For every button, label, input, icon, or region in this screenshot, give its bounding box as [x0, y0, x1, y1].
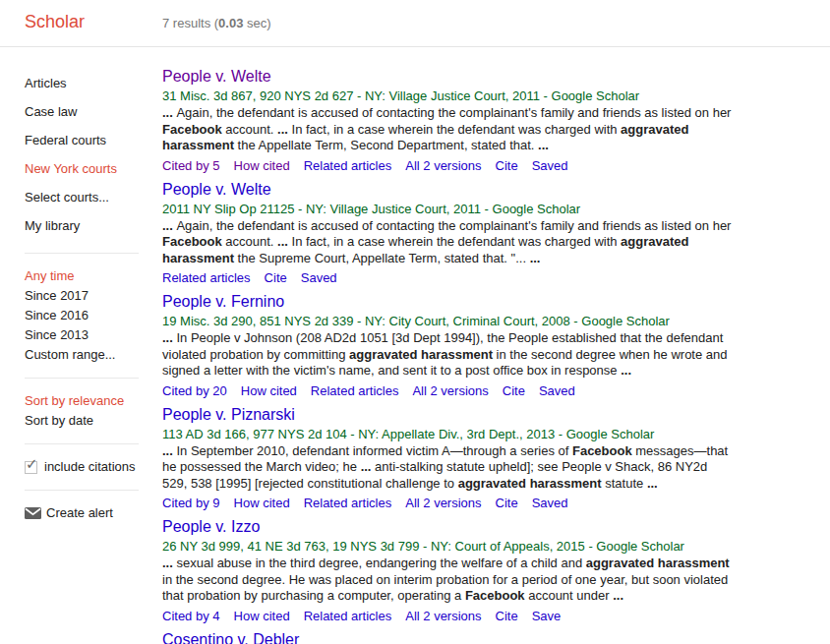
related-articles-link[interactable]: Related articles	[304, 158, 392, 173]
snippet-highlight: aggravated harassment	[458, 476, 602, 491]
cited-by-5-link[interactable]: Cited by 5	[162, 158, 220, 173]
related-articles-link[interactable]: Related articles	[162, 270, 251, 285]
snippet-highlight: ...	[613, 588, 623, 603]
sidebar-item-new-york-courts[interactable]: New York courts	[25, 154, 139, 183]
snippet-text: In fact, in a case wherein the defendant…	[292, 234, 622, 249]
result-title: People v. Fernino	[162, 292, 735, 312]
result-title-link[interactable]: Cosentino v. Debler	[162, 631, 299, 644]
check-icon: ✓	[26, 454, 38, 474]
all-2-versions-link[interactable]: All 2 versions	[412, 383, 488, 398]
sort-option-group: Sort by relevanceSort by date	[25, 391, 139, 431]
include-citations-checkbox[interactable]: ✓	[25, 461, 37, 474]
result-snippet: ... In People v Johnson (208 AD2d 1051 […	[162, 330, 735, 380]
all-2-versions-link[interactable]: All 2 versions	[405, 158, 481, 173]
saved-link[interactable]: Saved	[532, 158, 568, 173]
time-filter-since-2017[interactable]: Since 2017	[25, 286, 139, 306]
how-cited-link[interactable]: How cited	[234, 158, 290, 173]
cite-link[interactable]: Cite	[265, 270, 287, 285]
snippet-highlight: ...	[162, 330, 176, 345]
results-stats-prefix: 7 results (	[162, 16, 218, 30]
related-articles-link[interactable]: Related articles	[304, 609, 392, 623]
snippet-highlight: ...	[538, 138, 549, 152]
result-title-link[interactable]: People v. Izzo	[162, 518, 260, 535]
result-title: People v. Izzo	[162, 517, 735, 537]
snippet-text: account.	[222, 122, 277, 137]
cite-link[interactable]: Cite	[496, 609, 518, 623]
results-stats: 7 results (0.03 sec)	[162, 16, 271, 30]
sidebar-item-case-law[interactable]: Case law	[25, 97, 139, 126]
include-citations-label: include citations	[44, 457, 136, 477]
result-title-link[interactable]: People v. Welte	[162, 68, 271, 85]
snippet-highlight: Facebook	[162, 122, 222, 137]
results-list: People v. Welte31 Misc. 3d 867, 920 NYS …	[162, 67, 735, 644]
result-snippet: ... Again, the defendant is accused of c…	[162, 105, 735, 154]
snippet-text: the Appellate Term, Second Department, s…	[234, 138, 538, 152]
related-articles-link[interactable]: Related articles	[304, 496, 392, 510]
result-citation: 31 Misc. 3d 867, 920 NYS 2d 627 - NY: Vi…	[162, 88, 735, 104]
result-title-link[interactable]: People v. Fernino	[162, 293, 284, 310]
result-citation: 113 AD 3d 166, 977 NYS 2d 104 - NY: Appe…	[162, 427, 735, 442]
saved-link[interactable]: Saved	[539, 383, 575, 398]
sidebar: ArticlesCase lawFederal courtsNew York c…	[0, 67, 150, 644]
header: Scholar 7 results (0.03 sec)	[0, 0, 830, 47]
sidebar-divider	[25, 378, 139, 379]
results-stats-time: 0.03	[218, 16, 243, 30]
snippet-text: account.	[222, 234, 277, 249]
snippet-text: statute	[602, 476, 647, 491]
related-articles-link[interactable]: Related articles	[311, 383, 399, 398]
sidebar-divider	[25, 253, 139, 254]
result-actions: Cited by 5How citedRelated articlesAll 2…	[162, 157, 735, 174]
snippet-text: sexual abuse in the third degree, endang…	[176, 556, 585, 570]
cited-by-20-link[interactable]: Cited by 20	[162, 383, 227, 398]
result-title-link[interactable]: People v. Piznarski	[162, 406, 295, 423]
result-actions: Cited by 20How citedRelated articlesAll …	[162, 382, 735, 399]
sidebar-item-select-courts[interactable]: Select courts...	[25, 183, 139, 211]
how-cited-link[interactable]: How cited	[234, 496, 290, 510]
snippet-highlight: ...	[361, 459, 375, 474]
snippet-highlight: aggravated harassment	[586, 556, 730, 570]
results-stats-suffix: sec)	[243, 16, 270, 30]
all-2-versions-link[interactable]: All 2 versions	[405, 496, 481, 510]
time-filter-since-2013[interactable]: Since 2013	[25, 325, 139, 345]
saved-link[interactable]: Saved	[532, 496, 568, 510]
saved-link[interactable]: Saved	[301, 270, 337, 285]
time-filter-custom-range[interactable]: Custom range...	[25, 345, 139, 365]
sort-option-sort-by-relevance[interactable]: Sort by relevance	[25, 391, 139, 411]
sort-option-sort-by-date[interactable]: Sort by date	[25, 411, 139, 431]
snippet-highlight: ...	[277, 234, 291, 249]
snippet-text: In September 2010, defendant informed vi…	[176, 443, 572, 458]
cite-link[interactable]: Cite	[503, 383, 525, 398]
result-actions: Related articlesCiteSaved	[162, 269, 735, 286]
search-result: People v. Piznarski113 AD 3d 166, 977 NY…	[162, 405, 735, 512]
sidebar-item-articles[interactable]: Articles	[25, 69, 139, 97]
time-filter-any-time[interactable]: Any time	[25, 266, 139, 286]
scholar-logo[interactable]: Scholar	[25, 12, 85, 32]
result-citation: 2011 NY Slip Op 21125 - NY: Village Just…	[162, 202, 735, 217]
search-result: People v. Welte2011 NY Slip Op 21125 - N…	[162, 180, 735, 287]
sidebar-item-my-library[interactable]: My library	[25, 211, 139, 240]
cited-by-9-link[interactable]: Cited by 9	[162, 496, 220, 510]
include-citations-row: ✓ include citations	[25, 457, 139, 477]
time-filter-since-2016[interactable]: Since 2016	[25, 306, 139, 325]
cite-link[interactable]: Cite	[496, 496, 518, 510]
result-actions: Cited by 4How citedRelated articlesAll 2…	[162, 608, 735, 624]
snippet-highlight: ...	[621, 363, 631, 378]
how-cited-link[interactable]: How cited	[241, 383, 297, 398]
snippet-highlight: ...	[162, 556, 176, 570]
cite-link[interactable]: Cite	[496, 158, 518, 173]
create-alert-button[interactable]: Create alert	[25, 503, 139, 523]
search-result: People v. Welte31 Misc. 3d 867, 920 NYS …	[162, 67, 735, 174]
how-cited-link[interactable]: How cited	[234, 609, 290, 623]
snippet-highlight: ...	[277, 122, 291, 137]
all-2-versions-link[interactable]: All 2 versions	[405, 609, 481, 623]
result-title-link[interactable]: People v. Welte	[162, 181, 271, 198]
collection-nav: ArticlesCase lawFederal courtsNew York c…	[25, 69, 139, 240]
save-link[interactable]: Save	[532, 609, 562, 623]
result-snippet: ... Again, the defendant is accused of c…	[162, 218, 735, 267]
sidebar-divider	[25, 443, 139, 444]
sidebar-item-federal-courts[interactable]: Federal courts	[25, 126, 139, 154]
time-filter-group: Any timeSince 2017Since 2016Since 2013Cu…	[25, 266, 139, 365]
snippet-highlight: Facebook	[465, 588, 525, 603]
result-snippet: ... In September 2010, defendant informe…	[162, 443, 735, 493]
cited-by-4-link[interactable]: Cited by 4	[162, 609, 220, 623]
